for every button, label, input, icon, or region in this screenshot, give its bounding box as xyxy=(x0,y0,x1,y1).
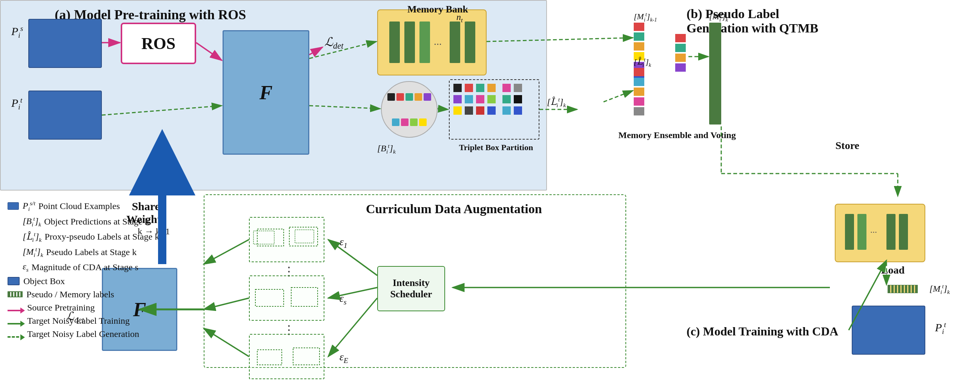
intensity-scheduler: Intensity Scheduler xyxy=(377,266,445,311)
svg-rect-2 xyxy=(253,231,274,244)
svg-rect-7 xyxy=(293,348,320,365)
legend-target-training-desc: Target Noisy Label Training xyxy=(27,316,130,326)
mit-k-label: [Mit]k xyxy=(709,11,728,23)
ros-box: ROS xyxy=(121,22,196,64)
legend-item-pst: Pis/t Point Cloud Examples xyxy=(8,200,181,212)
car-box-top xyxy=(249,217,325,262)
legend-bit-desc: Object Predictions at Stage k xyxy=(44,217,150,227)
pt-label-bottom: Pit xyxy=(935,321,946,336)
lhat-label: [L̂it]k xyxy=(547,96,566,108)
legend-item-objbox: Object Box xyxy=(8,276,181,286)
memory-bank: ··· xyxy=(377,10,487,75)
svg-line-20 xyxy=(603,91,633,102)
legend: Pis/t Point Cloud Examples [Bit]k Object… xyxy=(8,200,181,342)
legend-bit-math: [Bit]k xyxy=(22,215,41,228)
voting-squares xyxy=(675,34,686,72)
lhat-squares xyxy=(634,68,644,115)
store-label: Store xyxy=(835,140,859,151)
ps-label: Pis xyxy=(11,24,23,40)
mit-k-bar-right xyxy=(888,285,918,293)
load-label: Load xyxy=(881,264,905,276)
bit-label: [Bit]k xyxy=(377,143,396,155)
main-diagram: (a) Model Pre-training with ROS (b) Pseu… xyxy=(0,0,980,389)
legend-item-pseudo: Pseudo / Memory labels xyxy=(8,289,181,300)
lhat-k-label2: [L̂it]k xyxy=(634,57,651,68)
legend-item-bit: [Bit]k Object Predictions at Stage k xyxy=(8,215,181,228)
svg-rect-3 xyxy=(295,230,314,243)
pt-label-top: Pit xyxy=(11,96,22,111)
legend-eps-desc: Magnitude of CDA at Stage s xyxy=(32,262,138,273)
svg-rect-4 xyxy=(255,289,284,306)
legend-lhat-desc: Proxy-pseudo Labels at Stage k xyxy=(45,232,159,242)
legend-pst-math: Pis/t xyxy=(22,200,35,212)
ldet-top: ℒdet xyxy=(325,35,343,51)
triplet-label: Triplet Box Partition xyxy=(453,143,539,152)
section-b-title: (b) Pseudo Label Generation with QTMB xyxy=(687,7,818,35)
legend-item-target-gen: Target Noisy Label Generation xyxy=(8,329,181,339)
mit-k-bar xyxy=(709,22,721,124)
nt-label: nt xyxy=(457,12,463,24)
memory-bank-right: ··· xyxy=(835,204,925,262)
legend-eps-math: εs xyxy=(22,261,29,273)
f-detector-top: F xyxy=(223,30,309,155)
section-c-title: (c) Model Training with CDA xyxy=(687,324,838,338)
legend-mk-desc: Pseudo Labels at Stage k xyxy=(46,247,137,257)
mit-k-bottom: [Mit]k xyxy=(929,283,950,295)
memory-ensemble-label: Memory Ensemble and Voting xyxy=(611,130,743,140)
legend-target-gen-desc: Target Noisy Label Generation xyxy=(27,329,139,339)
svg-rect-6 xyxy=(257,350,282,365)
mit-k1-label: [Mit]k-1 xyxy=(634,11,657,23)
car-box-bot xyxy=(249,334,325,379)
epsilonE-label: εE xyxy=(339,351,348,365)
triplet-dashed-box xyxy=(449,79,539,140)
target-point-cloud-top xyxy=(28,91,102,140)
epsilons-label: εs xyxy=(339,292,347,306)
legend-item-source: Source Pretraining xyxy=(8,303,181,313)
source-point-cloud xyxy=(28,19,102,68)
legend-mk-math: [Mit]k xyxy=(22,246,43,258)
svg-rect-5 xyxy=(291,287,318,306)
partition-circle xyxy=(381,81,438,138)
legend-item-lhat: [L̂it]k Proxy-pseudo Labels at Stage k xyxy=(8,231,181,243)
epsilon1-label: ε1 xyxy=(339,236,347,250)
legend-item-target-training: Target Noisy Label Training xyxy=(8,316,181,326)
legend-item-mk: [Mit]k Pseudo Labels at Stage k xyxy=(8,246,181,258)
legend-pseudo-desc: Pseudo / Memory labels xyxy=(26,289,114,300)
car-box-mid xyxy=(249,276,325,321)
legend-item-eps: εs Magnitude of CDA at Stage s xyxy=(8,261,181,273)
target-point-cloud-bottom xyxy=(852,306,925,355)
svg-rect-0 xyxy=(257,229,284,246)
legend-objbox-desc: Object Box xyxy=(23,276,65,286)
legend-source-desc: Source Pretraining xyxy=(27,303,95,313)
legend-lhat-math: [L̂it]k xyxy=(22,231,41,243)
legend-pst-desc: Point Cloud Examples xyxy=(38,201,120,211)
